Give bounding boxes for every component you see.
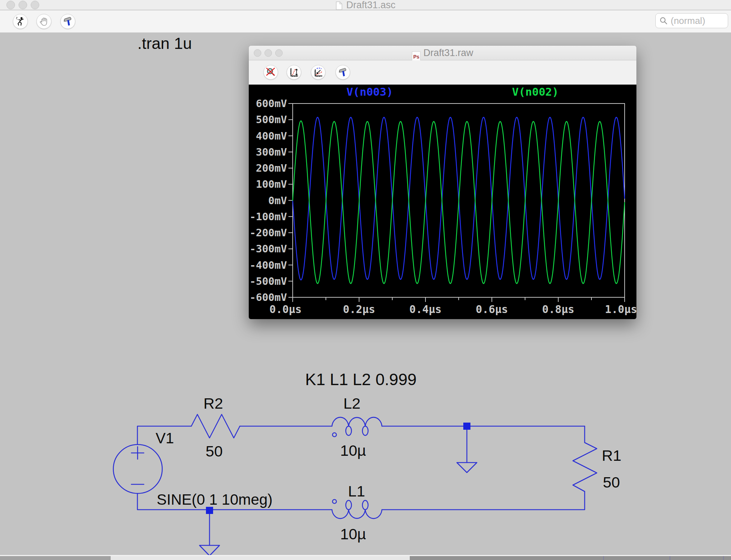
x-tick-label: 0.6µs	[476, 303, 508, 316]
y-tick-label: 200mV	[256, 162, 287, 174]
label-L2-value[interactable]: 10µ	[340, 442, 366, 459]
label-V1-value[interactable]: SINE(0 1 10meg)	[157, 491, 272, 508]
label-L1-name[interactable]: L1	[348, 483, 365, 500]
plot-area[interactable]: V(n003)V(n002)600mV500mV400mV300mV200mV1…	[249, 85, 636, 319]
y-tick-label: -300mV	[249, 243, 287, 255]
inductor-L1-loop	[346, 500, 352, 510]
plot-settings-button[interactable]	[336, 65, 350, 80]
label-L2-name[interactable]: L2	[343, 395, 361, 412]
run-icon	[15, 16, 26, 27]
plot-toolbar	[249, 60, 636, 85]
search-box[interactable]	[655, 13, 728, 28]
strip-segment	[410, 556, 731, 560]
label-R1-name[interactable]: R1	[602, 447, 621, 464]
ground-symbol[interactable]	[457, 463, 477, 473]
label-V1-name[interactable]: V1	[156, 430, 174, 447]
x-tick-label: 0.0µs	[269, 303, 302, 316]
inductor-L1[interactable]	[332, 510, 382, 519]
x-tick-label: 0.8µs	[542, 303, 574, 316]
strip-separator	[670, 556, 670, 560]
y-tick-label: -400mV	[249, 259, 287, 271]
wire[interactable]	[382, 491, 585, 510]
strip-segment	[111, 556, 410, 560]
plus-sign	[131, 447, 144, 459]
voltage-source-V1[interactable]	[114, 445, 162, 494]
search-icon	[659, 16, 668, 25]
x-tick-label: 0.4µs	[409, 303, 442, 316]
inductor-L2-loop	[362, 426, 368, 435]
inductor-L2[interactable]	[332, 417, 382, 426]
legend-label[interactable]: V(n003)	[346, 85, 393, 98]
hammer-icon	[338, 67, 348, 77]
coupling-directive[interactable]: K1 L1 L2 0.999	[305, 370, 417, 389]
y-tick-label: -500mV	[249, 275, 287, 287]
plot-titlebar: PsDraft31.raw	[249, 46, 636, 60]
plot-window-title-text: Draft31.raw	[423, 47, 473, 58]
inductor-L1-loop	[362, 500, 368, 510]
autorange-icon	[289, 67, 299, 77]
y-tick-label: 300mV	[256, 146, 287, 158]
x-tick-label: 1.0µs	[605, 303, 636, 316]
document-icon	[336, 1, 343, 10]
zoom-disabled-icon	[266, 67, 276, 77]
label-R1-value[interactable]: 50	[603, 474, 620, 491]
strip-separator	[603, 556, 604, 560]
zoom-disabled-button[interactable]	[263, 65, 278, 80]
tran-directive[interactable]: .tran 1u	[137, 34, 192, 53]
inductor-L1-phase-dot	[333, 500, 337, 504]
waveform-plot[interactable]: V(n003)V(n002)600mV500mV400mV300mV200mV1…	[249, 85, 636, 319]
wire-node[interactable]	[463, 423, 470, 430]
label-R2-name[interactable]: R2	[203, 395, 223, 412]
resistor-R1[interactable]	[573, 426, 597, 491]
waveform-window[interactable]: PsDraft31.raw	[249, 46, 636, 319]
autorange-button[interactable]	[287, 65, 301, 80]
y-tick-label: 100mV	[256, 178, 287, 190]
pan-button[interactable]	[36, 14, 51, 29]
zoom-previous-button[interactable]	[311, 65, 326, 80]
search-input[interactable]	[671, 15, 724, 26]
hammer-icon	[62, 16, 73, 27]
inductor-L2-loop	[346, 426, 352, 435]
raw-file-icon: Ps	[412, 51, 420, 61]
zoom-previous-icon	[313, 67, 323, 77]
x-tick-label: 0.2µs	[343, 303, 375, 316]
strip-separator	[723, 556, 724, 560]
y-tick-label: 400mV	[256, 130, 287, 142]
ground-symbol[interactable]	[200, 545, 220, 556]
y-tick-label: 500mV	[256, 113, 287, 126]
window-title-text: Draft31.asc	[346, 0, 395, 10]
y-tick-label: -100mV	[249, 211, 287, 223]
run-button[interactable]	[13, 14, 28, 29]
plot-window-title: PsDraft31.raw	[249, 46, 636, 60]
trace-V(n002)[interactable]	[293, 121, 625, 284]
y-tick-label: -200mV	[249, 227, 287, 239]
strip-segment	[0, 556, 111, 560]
resistor-R2[interactable]	[191, 414, 240, 438]
legend-label[interactable]: V(n002)	[512, 85, 559, 98]
main-toolbar	[0, 10, 731, 32]
y-tick-label: 0mV	[268, 195, 287, 207]
y-tick-label: 600mV	[256, 97, 287, 110]
hand-icon	[39, 16, 49, 27]
settings-button[interactable]	[60, 14, 75, 29]
window-title: Draft31.asc	[0, 0, 731, 10]
y-tick-label: -600mV	[249, 291, 287, 303]
bottom-scrollbar-strip[interactable]	[0, 556, 731, 560]
inductor-L2-phase-dot	[333, 433, 337, 437]
main-titlebar: Draft31.asc	[0, 0, 731, 10]
label-L1-value[interactable]: 10µ	[340, 525, 366, 543]
label-R2-value[interactable]: 50	[206, 443, 223, 460]
